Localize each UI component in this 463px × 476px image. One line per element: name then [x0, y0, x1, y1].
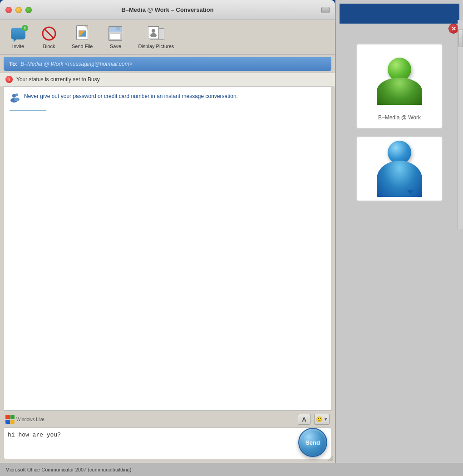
bottom-bar: Microsoft Office Communicator 2007 (comm…: [0, 463, 463, 476]
avatar-green: [377, 58, 422, 105]
svg-point-2: [152, 29, 155, 33]
display-pictures-icon: [148, 25, 164, 42]
svg-point-3: [150, 33, 157, 37]
resize-icon: [321, 7, 330, 13]
send-file-icon: [74, 25, 90, 42]
svg-line-9: [330, 457, 333, 461]
chat-area[interactable]: Never give out your password or credit c…: [4, 86, 331, 411]
windows-live-logo: Windows Live: [5, 415, 44, 424]
save-icon: [107, 25, 123, 42]
send-file-label: Send File: [72, 44, 93, 49]
avatar-arrow-icon: [407, 190, 414, 194]
invite-icon: +: [10, 25, 26, 42]
input-area[interactable]: hi how are you? Send: [4, 427, 331, 459]
svg-line-1: [44, 29, 54, 38]
windows-live-flag-icon: [5, 415, 15, 424]
window-title: B–Media @ Work – Conversation: [121, 6, 213, 13]
security-notice: Never give out your password or credit c…: [10, 92, 325, 103]
invite-button[interactable]: + Invite: [7, 24, 29, 51]
message-input[interactable]: hi how are you?: [8, 432, 327, 454]
display-pictures-label: Display Pictures: [138, 44, 174, 49]
save-button[interactable]: Save: [104, 24, 126, 51]
svg-point-4: [12, 94, 16, 98]
block-label: Block: [43, 44, 55, 49]
minimize-button[interactable]: [15, 7, 22, 13]
plus-icon: +: [22, 25, 28, 31]
emoji-face-icon: 🙂: [316, 416, 323, 422]
status-bar: i Your status is currently set to Busy.: [0, 73, 335, 86]
svg-point-5: [15, 93, 18, 96]
to-field: To: B–Media @ Work <messaging@hotmail.co…: [4, 57, 331, 71]
svg-line-10: [331, 459, 333, 461]
block-icon: [41, 25, 57, 42]
display-pictures-button[interactable]: Display Pictures: [135, 24, 177, 51]
svg-point-7: [14, 98, 20, 101]
right-panel-header: [340, 4, 459, 24]
send-button[interactable]: Send: [298, 428, 327, 457]
maximize-button[interactable]: [25, 7, 32, 13]
send-file-button[interactable]: Send File: [69, 24, 95, 51]
block-button[interactable]: Block: [38, 24, 60, 51]
emoji-dropdown-icon: ▼: [324, 417, 328, 422]
title-bar: B–Media @ Work – Conversation: [0, 0, 335, 20]
to-value: B–Media @ Work <messaging@hotmail.com>: [20, 61, 132, 67]
contact-avatar: [372, 52, 427, 111]
title-right: [321, 7, 330, 13]
format-text-button[interactable]: A: [298, 414, 310, 425]
avatar-body: [377, 78, 422, 105]
scroll-thumb[interactable]: [458, 29, 463, 47]
window-controls: [5, 7, 32, 13]
toolbar: + Invite Block: [0, 20, 335, 55]
status-text: Your status is currently set to Busy.: [16, 76, 101, 83]
close-panel-button[interactable]: ✕: [448, 24, 458, 34]
close-button[interactable]: [5, 7, 12, 13]
right-panel: ✕ B–Media @ Work: [335, 0, 463, 476]
panel-scrollbar[interactable]: [458, 20, 463, 229]
contact-card: B–Media @ Work: [356, 44, 443, 129]
contact-card-self: [356, 136, 443, 201]
bottom-toolbar: Windows Live A 🙂 ▼: [0, 411, 335, 427]
resize-grip: [326, 454, 333, 461]
avatar-body-blue: [377, 161, 422, 197]
avatar-blue: [377, 141, 422, 197]
emoji-button[interactable]: 🙂 ▼: [314, 414, 330, 425]
conversation-window: B–Media @ Work – Conversation + Invite: [0, 0, 335, 463]
contact-name: B–Media @ Work: [378, 114, 421, 121]
security-notice-text: Never give out your password or credit c…: [24, 92, 238, 100]
bottom-bar-text: Microsoft Office Communicator 2007 (comm…: [5, 467, 131, 472]
status-icon: i: [5, 76, 13, 83]
chat-divider: [10, 110, 46, 111]
msn-buddy-icon: [10, 92, 20, 103]
invite-label: Invite: [12, 44, 24, 49]
windows-live-text: Windows Live: [16, 417, 44, 422]
to-label: To:: [9, 60, 18, 67]
save-label: Save: [110, 44, 121, 49]
